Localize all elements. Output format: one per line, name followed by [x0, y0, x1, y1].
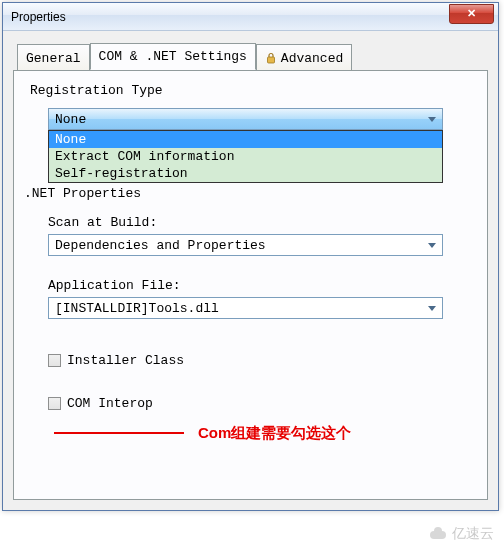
installer-class-row: Installer Class	[48, 353, 471, 368]
tab-general-label: General	[26, 51, 81, 66]
scan-at-build-value: Dependencies and Properties	[55, 238, 266, 253]
tab-advanced[interactable]: Advanced	[256, 44, 352, 71]
dropdown-arrow-icon	[423, 111, 440, 127]
registration-type-label: Registration Type	[30, 83, 471, 98]
window-title: Properties	[11, 10, 66, 24]
registration-type-dropdown: None Extract COM information Self-regist…	[48, 130, 443, 183]
close-button[interactable]: ✕	[449, 4, 494, 24]
registration-type-value: None	[55, 112, 86, 127]
dropdown-item-selfreg[interactable]: Self-registration	[49, 165, 442, 182]
net-properties-label: .NET Properties	[24, 186, 471, 201]
scan-at-build-label: Scan at Build:	[48, 215, 471, 230]
installer-class-label: Installer Class	[67, 353, 184, 368]
annotation-text: Com组建需要勾选这个	[198, 424, 351, 443]
installer-class-checkbox[interactable]	[48, 354, 61, 367]
tab-panel: Registration Type None None Extract COM …	[13, 70, 488, 500]
scan-at-build-combo[interactable]: Dependencies and Properties	[48, 234, 443, 256]
application-file-value: [INSTALLDIR]Tools.dll	[55, 301, 219, 316]
scan-at-build-display[interactable]: Dependencies and Properties	[48, 234, 443, 256]
properties-window: Properties ✕ General COM & .NET Settings…	[2, 2, 499, 511]
watermark: 亿速云	[428, 525, 494, 543]
tab-advanced-label: Advanced	[281, 51, 343, 66]
tab-general[interactable]: General	[17, 44, 90, 71]
close-icon: ✕	[467, 7, 476, 20]
dropdown-item-extract[interactable]: Extract COM information	[49, 148, 442, 165]
tabstrip: General COM & .NET Settings Advanced	[3, 31, 498, 70]
tab-com-net[interactable]: COM & .NET Settings	[90, 43, 256, 70]
cloud-icon	[428, 527, 448, 541]
registration-type-display[interactable]: None	[48, 108, 443, 130]
annotation-underline	[54, 432, 184, 434]
watermark-text: 亿速云	[452, 525, 494, 543]
dropdown-item-none[interactable]: None	[49, 131, 442, 148]
application-file-label: Application File:	[48, 278, 471, 293]
svg-rect-0	[267, 57, 274, 63]
titlebar: Properties ✕	[3, 3, 498, 31]
dropdown-arrow-icon	[423, 300, 440, 316]
com-interop-checkbox[interactable]	[48, 397, 61, 410]
tab-com-net-label: COM & .NET Settings	[99, 49, 247, 64]
application-file-combo[interactable]: [INSTALLDIR]Tools.dll	[48, 297, 443, 319]
dropdown-arrow-icon	[423, 237, 440, 253]
registration-type-combo[interactable]: None None Extract COM information Self-r…	[48, 108, 443, 130]
com-interop-label: COM Interop	[67, 396, 153, 411]
com-interop-row: COM Interop	[48, 396, 471, 411]
application-file-display[interactable]: [INSTALLDIR]Tools.dll	[48, 297, 443, 319]
lock-icon	[265, 52, 277, 64]
